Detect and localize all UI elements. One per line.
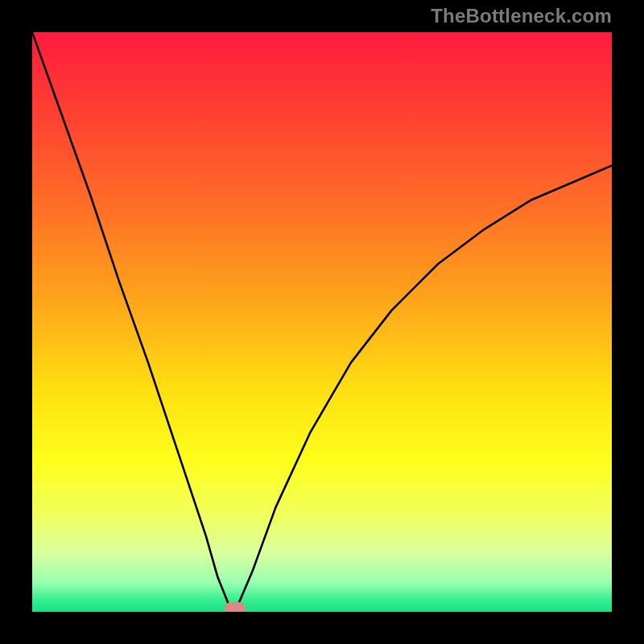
plot-area [32, 32, 612, 612]
watermark-text: TheBottleneck.com [431, 5, 612, 27]
optimal-point-marker [225, 602, 246, 612]
bottleneck-curve [32, 32, 612, 612]
chart-stage: TheBottleneck.com [0, 0, 644, 644]
